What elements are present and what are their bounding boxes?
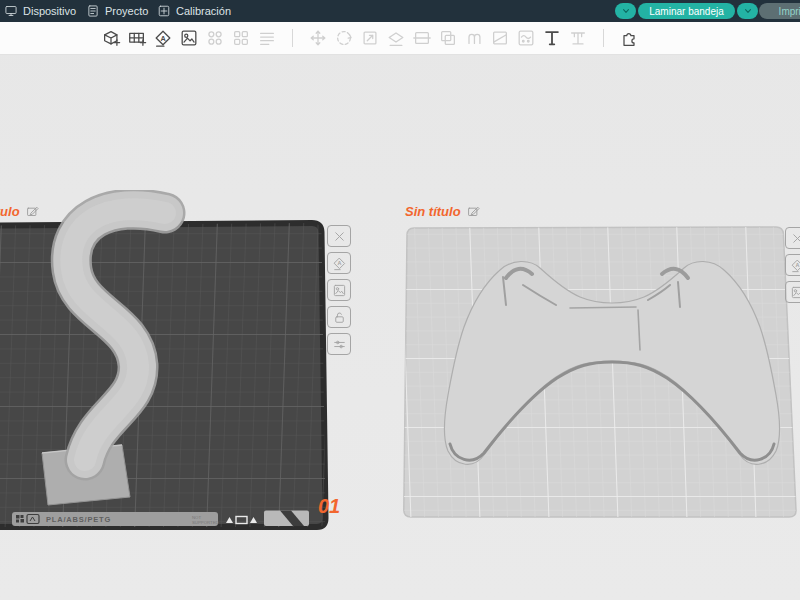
mesh-boolean-button — [436, 26, 460, 50]
delete-plate-icon — [332, 229, 347, 244]
split-to-parts-button — [229, 26, 253, 50]
variable-layer-height-button — [255, 26, 279, 50]
arrange-button[interactable] — [177, 26, 201, 50]
print-dropdown-button[interactable] — [737, 3, 758, 19]
print-button: Imprimi — [759, 3, 800, 19]
lock-plate-icon — [332, 310, 347, 325]
delete-plate-button[interactable] — [785, 227, 800, 249]
add-model-button[interactable] — [99, 26, 123, 50]
menu-dispositivo[interactable]: Dispositivo — [4, 0, 76, 22]
variable-layer-height-icon — [257, 28, 277, 48]
flatten-icon — [386, 28, 406, 48]
plate-settings-button[interactable] — [327, 333, 351, 355]
arrange-plate-icon — [332, 283, 347, 298]
project-icon — [86, 4, 100, 18]
auto-orient-icon: A — [153, 28, 173, 48]
orient-plate-button[interactable]: A — [785, 254, 800, 276]
edit-title-icon[interactable] — [467, 205, 481, 219]
arrange-plate-icon — [790, 285, 800, 300]
split-to-parts-icon — [231, 28, 251, 48]
build-plate-2[interactable] — [400, 220, 800, 525]
top-menu-bar: Dispositivo Proyecto Calibración Laminar… — [0, 0, 800, 22]
lock-plate-button[interactable] — [327, 306, 351, 328]
menu-proyecto[interactable]: Proyecto — [86, 0, 148, 22]
rotate-button — [332, 26, 356, 50]
plate-1-marking-bar: PLA/ABS/PETG NOT SUPPORTED — [12, 511, 309, 527]
svg-text:A: A — [160, 34, 166, 43]
toolbar-separator — [603, 29, 604, 47]
arrange-icon — [179, 28, 199, 48]
seam-painting-icon — [464, 28, 484, 48]
menu-calibracion[interactable]: Calibración — [157, 0, 231, 22]
plate-settings-icon — [332, 337, 347, 352]
chevron-down-icon — [742, 5, 754, 17]
menu-label: Proyecto — [105, 5, 148, 17]
move-icon — [308, 28, 328, 48]
menu-label: Dispositivo — [23, 5, 76, 17]
add-plate-icon — [127, 28, 147, 48]
auto-orient-button[interactable]: A — [151, 26, 175, 50]
plate-2-title: Sin título — [405, 204, 461, 219]
flatten-button — [384, 26, 408, 50]
support-painting-button — [566, 26, 590, 50]
text-tool-icon — [542, 28, 562, 48]
split-to-objects-button — [203, 26, 227, 50]
support-painting-icon — [568, 28, 588, 48]
wipe-area-marker — [264, 511, 309, 527]
plate-surface-label: PLA/ABS/PETG — [46, 515, 111, 524]
cut-plane-icon — [412, 28, 432, 48]
calibration-icon — [157, 4, 171, 18]
plate-2-flyout: A — [785, 227, 800, 308]
seam-painting-button — [462, 26, 486, 50]
cut-button — [488, 26, 512, 50]
plate-warning-line2: SUPPORTED — [192, 520, 219, 525]
orient-plate-icon: A — [332, 256, 347, 271]
mesh-boolean-icon — [438, 28, 458, 48]
orient-plate-icon: A — [790, 258, 800, 273]
toolbar: A — [0, 22, 800, 55]
delete-plate-icon — [790, 231, 800, 246]
cut-plane-button — [410, 26, 434, 50]
add-plate-button[interactable] — [125, 26, 149, 50]
edit-title-icon[interactable] — [26, 205, 40, 219]
move-button — [306, 26, 330, 50]
chevron-down-icon — [620, 5, 632, 17]
delete-plate-button[interactable] — [327, 225, 351, 247]
slice-dropdown-button[interactable] — [615, 3, 636, 19]
slice-plate-button[interactable]: Laminar bandeja — [638, 3, 735, 19]
assembly-view-icon — [619, 28, 639, 48]
orient-plate-button[interactable]: A — [327, 252, 351, 274]
menu-label: Calibración — [176, 5, 231, 17]
app-window: Dispositivo Proyecto Calibración Laminar… — [0, 0, 800, 600]
cut-icon — [490, 28, 510, 48]
viewport-3d[interactable]: PLA/ABS/PETG NOT SUPPORTED — [0, 55, 800, 600]
add-model-icon — [101, 28, 121, 48]
split-to-objects-icon — [205, 28, 225, 48]
device-icon — [4, 4, 18, 18]
scale-icon — [360, 28, 380, 48]
arrange-plate-button[interactable] — [327, 279, 351, 301]
scale-button — [358, 26, 382, 50]
rotate-icon — [334, 28, 354, 48]
plate-1-number: 01 — [318, 495, 340, 518]
plate-2-title-row: Sin título — [405, 204, 481, 219]
text-tool-button[interactable] — [540, 26, 564, 50]
fuzzy-skin-icon — [516, 28, 536, 48]
plate-1-title-row: Sin título — [0, 204, 40, 219]
plate-1-title: Sin título — [0, 204, 20, 219]
plate-1-flyout: A — [327, 225, 351, 360]
fuzzy-skin-button — [514, 26, 538, 50]
toolbar-separator — [292, 29, 293, 47]
svg-text:A: A — [795, 262, 799, 268]
assembly-view-button[interactable] — [617, 26, 641, 50]
svg-text:A: A — [337, 260, 341, 266]
arrange-plate-button[interactable] — [785, 281, 800, 303]
